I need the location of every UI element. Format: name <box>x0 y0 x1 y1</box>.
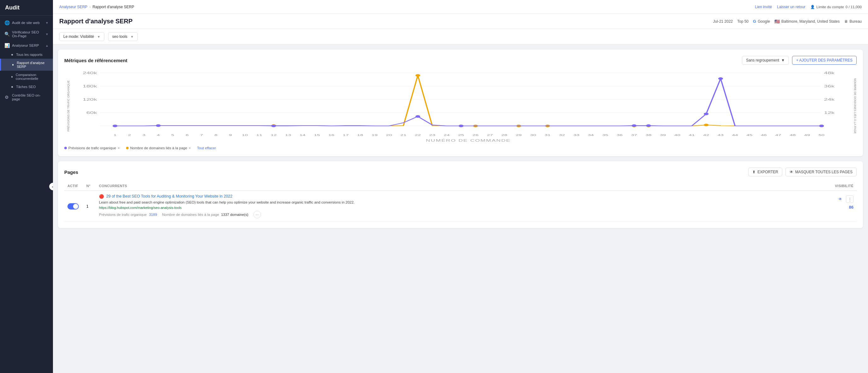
device-label: Bureau <box>849 19 862 24</box>
sidebar-item-seo-checker[interactable]: 🔍 Vérificateur SEO On-Page ▼ <box>0 28 53 40</box>
sidebar: Audit 🌐 Audit de site web ▼ 🔍 Vérificate… <box>0 0 53 373</box>
search-engine-label: Google <box>758 19 770 24</box>
svg-text:12k: 12k <box>824 111 835 115</box>
svg-text:120k: 120k <box>83 97 97 101</box>
svg-text:240k: 240k <box>83 71 97 75</box>
sidebar-item-seo-tasks[interactable]: Tâches SEO <box>0 83 53 91</box>
result-url[interactable]: https://blog.hubspot.com/marketing/seo-a… <box>99 206 828 209</box>
chart-legend: Prévisions de trafic organique × Nombre … <box>64 146 857 150</box>
result-title-link[interactable]: 29 of the Best SEO Tools for Auditing & … <box>106 194 232 199</box>
svg-text:36: 36 <box>617 134 623 137</box>
dot-icon-serp-report <box>12 64 13 66</box>
table-row: 1 🔴 29 of the Best SEO Tools for Auditin… <box>64 191 857 222</box>
page-header: Rapport d'analyse SERP Jul-21 2022 Top 5… <box>53 14 868 29</box>
svg-text:26: 26 <box>472 134 479 137</box>
search-engine-item: G Google <box>753 19 770 24</box>
svg-text:48: 48 <box>790 134 796 137</box>
device-item: 🖥 Bureau <box>844 19 862 24</box>
svg-text:44: 44 <box>732 134 739 137</box>
pages-card: Pages ⬆ EXPORTER 👁 MASQUER TOUTES LES PA… <box>58 161 863 228</box>
export-button[interactable]: ⬆ EXPORTER <box>748 168 782 176</box>
row-menu-button[interactable]: ⋮ <box>846 195 854 203</box>
export-icon: ⬆ <box>752 170 755 174</box>
pages-table: ACTIF N° CONCURRENTS VISIBILITÉ <box>64 181 857 222</box>
sidebar-label-onpage-control: Contrôle SEO on-page <box>12 93 49 101</box>
svg-point-27 <box>271 125 276 127</box>
flag-icon: 🇺🇸 <box>774 19 780 24</box>
svg-text:28: 28 <box>501 134 508 137</box>
svg-point-32 <box>704 113 709 115</box>
location-item: 🇺🇸 Baltimore, Maryland, United States <box>774 19 840 24</box>
query-value: seo tools <box>112 34 127 39</box>
svg-text:13: 13 <box>285 134 291 137</box>
breadcrumb-parent[interactable]: Analyseur SERP <box>59 5 87 9</box>
account-limit: 👤 Limite du compte 0 / 11,000 <box>810 5 862 9</box>
stats-row: Prévisions de trafic organique 3189 Nomb… <box>99 211 828 219</box>
eye-button[interactable]: 👁 <box>838 197 842 201</box>
chevron-icon-serp-analyzer: ▲ <box>45 44 49 47</box>
sidebar-label-serp-report: Rapport d'analyse SERP <box>17 61 49 68</box>
svg-point-34 <box>819 125 824 127</box>
stats-more-button[interactable]: ··· <box>253 211 261 219</box>
svg-text:17: 17 <box>343 134 349 137</box>
query-selector[interactable]: seo tools ▼ <box>108 32 138 41</box>
svg-point-29 <box>459 125 463 127</box>
svg-text:41: 41 <box>689 134 695 137</box>
table-body: 1 🔴 29 of the Best SEO Tools for Auditin… <box>64 191 857 222</box>
svg-text:11: 11 <box>256 134 262 137</box>
mode-selector[interactable]: Le mode: Visibilité ▼ <box>59 32 104 41</box>
top-bar-actions: Lien invité Laisser un retour 👤 Limite d… <box>755 5 862 9</box>
svg-text:19: 19 <box>372 134 378 137</box>
y-axis-right-label: NOMBRE DE DOMAINES LIÉS À LA PAGE <box>851 70 857 142</box>
toggle-cell <box>64 191 83 222</box>
svg-point-23 <box>704 124 709 126</box>
svg-text:46: 46 <box>761 134 767 137</box>
svg-text:34: 34 <box>588 134 594 137</box>
svg-point-33 <box>718 77 723 80</box>
visibility-score: 86 <box>849 205 854 209</box>
svg-text:4: 4 <box>157 134 160 137</box>
invite-link[interactable]: Lien invité <box>755 5 772 9</box>
sidebar-item-site-audit[interactable]: 🌐 Audit de site web ▼ <box>0 18 53 28</box>
svg-text:47: 47 <box>775 134 781 137</box>
return-link[interactable]: Laisser un retour <box>777 5 805 9</box>
google-icon: G <box>753 19 756 24</box>
sidebar-item-onpage-control[interactable]: ⚙ Contrôle SEO on-page <box>0 91 53 104</box>
svg-text:27: 27 <box>487 134 493 137</box>
svg-text:35: 35 <box>602 134 609 137</box>
sidebar-collapse-button[interactable]: ◀ <box>49 183 53 190</box>
sidebar-item-serp-report[interactable]: Rapport d'analyse SERP <box>0 59 53 71</box>
sidebar-item-comparison[interactable]: Comparaison concurrentielle <box>0 71 53 83</box>
svg-text:5: 5 <box>171 134 174 137</box>
svg-text:33: 33 <box>573 134 580 137</box>
hide-label: MASQUER TOUTES LES PAGES <box>795 170 852 174</box>
chart-card: Métriques de référencement Sans regroupe… <box>58 50 863 156</box>
svg-text:180k: 180k <box>83 84 97 88</box>
clear-all-button[interactable]: Tout effacer <box>197 146 216 150</box>
chart-title: Métriques de référencement <box>64 58 127 63</box>
hide-pages-button[interactable]: 👁 MASQUER TOUTES LES PAGES <box>785 168 857 176</box>
sidebar-item-serp-analyzer[interactable]: 📊 Analyseur SERP ▲ <box>0 40 53 51</box>
dot-icon-all-reports <box>11 54 13 56</box>
chevron-icon-seo-checker: ▼ <box>45 32 49 36</box>
legend-remove-domains[interactable]: × <box>189 146 191 150</box>
content-area: Métriques de référencement Sans regroupe… <box>53 45 868 373</box>
result-content: 🔴 29 of the Best SEO Tools for Auditing … <box>99 194 828 219</box>
sidebar-item-all-reports[interactable]: Tous les rapports <box>0 51 53 59</box>
dot-icon-comparison <box>11 76 12 78</box>
svg-text:20: 20 <box>386 134 393 137</box>
pages-card-header: Pages ⬆ EXPORTER 👁 MASQUER TOUTES LES PA… <box>64 168 857 176</box>
row-toggle[interactable] <box>67 203 79 209</box>
result-description: Learn about free and paid search engine … <box>99 200 828 205</box>
legend-remove-organic[interactable]: × <box>118 146 120 150</box>
chart-icon: 📊 <box>4 43 9 48</box>
grouping-button[interactable]: Sans regroupement ▼ <box>742 56 789 65</box>
add-params-button[interactable]: + AJOUTER DES PARAMÈTRES <box>792 56 857 65</box>
breadcrumb: Analyseur SERP › Rapport d'analyse SERP <box>59 5 134 9</box>
col-active: ACTIF <box>64 181 83 191</box>
report-date: Jul-21 2022 <box>713 19 733 24</box>
svg-text:9: 9 <box>229 134 232 137</box>
svg-text:50: 50 <box>818 134 825 137</box>
svg-text:8: 8 <box>214 134 217 137</box>
svg-point-26 <box>156 124 161 127</box>
